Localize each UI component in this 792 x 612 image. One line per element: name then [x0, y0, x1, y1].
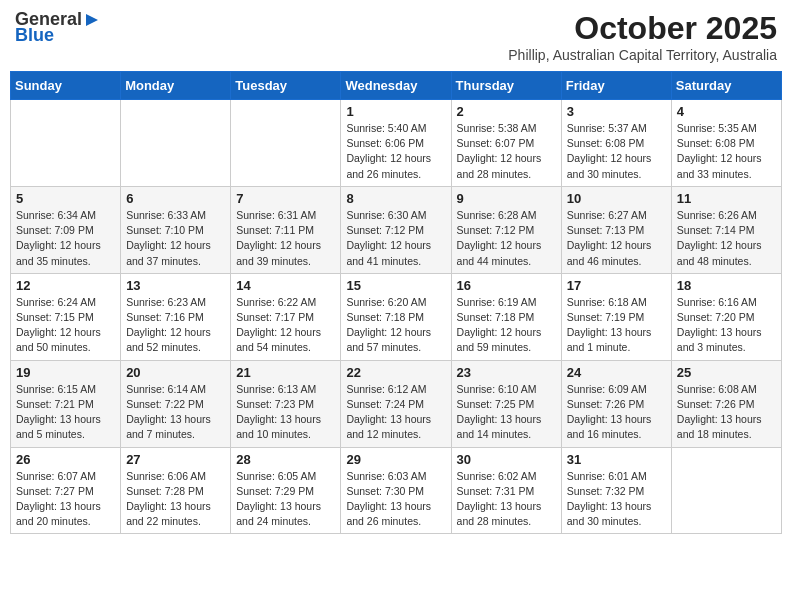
day-number: 31: [567, 452, 666, 467]
calendar-week-4: 19Sunrise: 6:15 AM Sunset: 7:21 PM Dayli…: [11, 360, 782, 447]
calendar-cell: 18Sunrise: 6:16 AM Sunset: 7:20 PM Dayli…: [671, 273, 781, 360]
day-info: Sunrise: 6:14 AM Sunset: 7:22 PM Dayligh…: [126, 382, 225, 443]
day-info: Sunrise: 6:34 AM Sunset: 7:09 PM Dayligh…: [16, 208, 115, 269]
day-number: 10: [567, 191, 666, 206]
day-number: 1: [346, 104, 445, 119]
calendar-cell: 11Sunrise: 6:26 AM Sunset: 7:14 PM Dayli…: [671, 186, 781, 273]
day-number: 17: [567, 278, 666, 293]
day-info: Sunrise: 5:38 AM Sunset: 6:07 PM Dayligh…: [457, 121, 556, 182]
day-number: 26: [16, 452, 115, 467]
day-number: 24: [567, 365, 666, 380]
calendar-cell: 16Sunrise: 6:19 AM Sunset: 7:18 PM Dayli…: [451, 273, 561, 360]
day-number: 27: [126, 452, 225, 467]
day-info: Sunrise: 5:37 AM Sunset: 6:08 PM Dayligh…: [567, 121, 666, 182]
calendar-week-5: 26Sunrise: 6:07 AM Sunset: 7:27 PM Dayli…: [11, 447, 782, 534]
calendar-cell: [231, 100, 341, 187]
logo-blue-text: Blue: [15, 25, 54, 45]
day-number: 15: [346, 278, 445, 293]
calendar-cell: 17Sunrise: 6:18 AM Sunset: 7:19 PM Dayli…: [561, 273, 671, 360]
day-number: 22: [346, 365, 445, 380]
calendar-cell: 22Sunrise: 6:12 AM Sunset: 7:24 PM Dayli…: [341, 360, 451, 447]
calendar-cell: 26Sunrise: 6:07 AM Sunset: 7:27 PM Dayli…: [11, 447, 121, 534]
day-info: Sunrise: 6:27 AM Sunset: 7:13 PM Dayligh…: [567, 208, 666, 269]
day-info: Sunrise: 6:12 AM Sunset: 7:24 PM Dayligh…: [346, 382, 445, 443]
day-number: 3: [567, 104, 666, 119]
day-number: 12: [16, 278, 115, 293]
calendar-header-row: SundayMondayTuesdayWednesdayThursdayFrid…: [11, 72, 782, 100]
day-info: Sunrise: 6:08 AM Sunset: 7:26 PM Dayligh…: [677, 382, 776, 443]
day-info: Sunrise: 6:33 AM Sunset: 7:10 PM Dayligh…: [126, 208, 225, 269]
calendar-cell: 28Sunrise: 6:05 AM Sunset: 7:29 PM Dayli…: [231, 447, 341, 534]
calendar-week-1: 1Sunrise: 5:40 AM Sunset: 6:06 PM Daylig…: [11, 100, 782, 187]
calendar-cell: 6Sunrise: 6:33 AM Sunset: 7:10 PM Daylig…: [121, 186, 231, 273]
svg-marker-0: [86, 14, 98, 26]
calendar-cell: 12Sunrise: 6:24 AM Sunset: 7:15 PM Dayli…: [11, 273, 121, 360]
calendar-cell: 19Sunrise: 6:15 AM Sunset: 7:21 PM Dayli…: [11, 360, 121, 447]
logo-blue: Blue: [15, 26, 54, 46]
calendar-week-2: 5Sunrise: 6:34 AM Sunset: 7:09 PM Daylig…: [11, 186, 782, 273]
day-info: Sunrise: 6:07 AM Sunset: 7:27 PM Dayligh…: [16, 469, 115, 530]
day-info: Sunrise: 6:31 AM Sunset: 7:11 PM Dayligh…: [236, 208, 335, 269]
calendar-cell: 2Sunrise: 5:38 AM Sunset: 6:07 PM Daylig…: [451, 100, 561, 187]
day-number: 14: [236, 278, 335, 293]
day-info: Sunrise: 6:05 AM Sunset: 7:29 PM Dayligh…: [236, 469, 335, 530]
day-info: Sunrise: 6:23 AM Sunset: 7:16 PM Dayligh…: [126, 295, 225, 356]
day-number: 29: [346, 452, 445, 467]
calendar-cell: 3Sunrise: 5:37 AM Sunset: 6:08 PM Daylig…: [561, 100, 671, 187]
calendar-cell: 10Sunrise: 6:27 AM Sunset: 7:13 PM Dayli…: [561, 186, 671, 273]
day-info: Sunrise: 6:26 AM Sunset: 7:14 PM Dayligh…: [677, 208, 776, 269]
calendar-cell: 20Sunrise: 6:14 AM Sunset: 7:22 PM Dayli…: [121, 360, 231, 447]
day-info: Sunrise: 5:40 AM Sunset: 6:06 PM Dayligh…: [346, 121, 445, 182]
day-info: Sunrise: 6:16 AM Sunset: 7:20 PM Dayligh…: [677, 295, 776, 356]
day-number: 6: [126, 191, 225, 206]
calendar-cell: 8Sunrise: 6:30 AM Sunset: 7:12 PM Daylig…: [341, 186, 451, 273]
day-number: 4: [677, 104, 776, 119]
day-number: 18: [677, 278, 776, 293]
day-info: Sunrise: 6:20 AM Sunset: 7:18 PM Dayligh…: [346, 295, 445, 356]
day-number: 9: [457, 191, 556, 206]
day-info: Sunrise: 6:10 AM Sunset: 7:25 PM Dayligh…: [457, 382, 556, 443]
day-info: Sunrise: 6:03 AM Sunset: 7:30 PM Dayligh…: [346, 469, 445, 530]
calendar-cell: 7Sunrise: 6:31 AM Sunset: 7:11 PM Daylig…: [231, 186, 341, 273]
day-info: Sunrise: 6:22 AM Sunset: 7:17 PM Dayligh…: [236, 295, 335, 356]
day-number: 19: [16, 365, 115, 380]
day-number: 13: [126, 278, 225, 293]
day-info: Sunrise: 6:24 AM Sunset: 7:15 PM Dayligh…: [16, 295, 115, 356]
day-number: 7: [236, 191, 335, 206]
calendar-table: SundayMondayTuesdayWednesdayThursdayFrid…: [10, 71, 782, 534]
day-info: Sunrise: 6:19 AM Sunset: 7:18 PM Dayligh…: [457, 295, 556, 356]
calendar-cell: 15Sunrise: 6:20 AM Sunset: 7:18 PM Dayli…: [341, 273, 451, 360]
calendar-subtitle: Phillip, Australian Capital Territory, A…: [508, 47, 777, 63]
calendar-cell: 13Sunrise: 6:23 AM Sunset: 7:16 PM Dayli…: [121, 273, 231, 360]
day-info: Sunrise: 6:28 AM Sunset: 7:12 PM Dayligh…: [457, 208, 556, 269]
day-info: Sunrise: 5:35 AM Sunset: 6:08 PM Dayligh…: [677, 121, 776, 182]
calendar-cell: 27Sunrise: 6:06 AM Sunset: 7:28 PM Dayli…: [121, 447, 231, 534]
page-header: General Blue October 2025 Phillip, Austr…: [10, 10, 782, 63]
calendar-cell: 21Sunrise: 6:13 AM Sunset: 7:23 PM Dayli…: [231, 360, 341, 447]
calendar-cell: 31Sunrise: 6:01 AM Sunset: 7:32 PM Dayli…: [561, 447, 671, 534]
title-block: October 2025 Phillip, Australian Capital…: [508, 10, 777, 63]
day-info: Sunrise: 6:02 AM Sunset: 7:31 PM Dayligh…: [457, 469, 556, 530]
calendar-cell: 25Sunrise: 6:08 AM Sunset: 7:26 PM Dayli…: [671, 360, 781, 447]
day-number: 30: [457, 452, 556, 467]
col-header-friday: Friday: [561, 72, 671, 100]
day-number: 28: [236, 452, 335, 467]
col-header-sunday: Sunday: [11, 72, 121, 100]
day-number: 16: [457, 278, 556, 293]
calendar-cell: 23Sunrise: 6:10 AM Sunset: 7:25 PM Dayli…: [451, 360, 561, 447]
day-number: 20: [126, 365, 225, 380]
calendar-cell: 24Sunrise: 6:09 AM Sunset: 7:26 PM Dayli…: [561, 360, 671, 447]
calendar-cell: 14Sunrise: 6:22 AM Sunset: 7:17 PM Dayli…: [231, 273, 341, 360]
day-number: 5: [16, 191, 115, 206]
calendar-cell: [11, 100, 121, 187]
calendar-cell: 9Sunrise: 6:28 AM Sunset: 7:12 PM Daylig…: [451, 186, 561, 273]
calendar-cell: 29Sunrise: 6:03 AM Sunset: 7:30 PM Dayli…: [341, 447, 451, 534]
col-header-thursday: Thursday: [451, 72, 561, 100]
calendar-title: October 2025: [508, 10, 777, 47]
day-info: Sunrise: 6:15 AM Sunset: 7:21 PM Dayligh…: [16, 382, 115, 443]
calendar-cell: [671, 447, 781, 534]
calendar-cell: 4Sunrise: 5:35 AM Sunset: 6:08 PM Daylig…: [671, 100, 781, 187]
day-info: Sunrise: 6:06 AM Sunset: 7:28 PM Dayligh…: [126, 469, 225, 530]
col-header-tuesday: Tuesday: [231, 72, 341, 100]
day-number: 23: [457, 365, 556, 380]
